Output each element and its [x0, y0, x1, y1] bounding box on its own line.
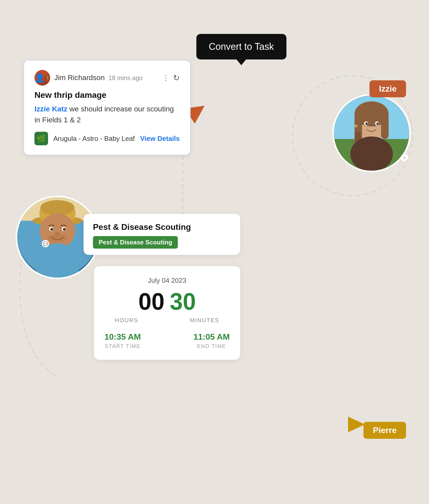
view-details-link[interactable]: View Details	[140, 135, 180, 143]
minutes-label: MINUTES	[190, 317, 219, 324]
card-footer: 🌿 Arugula - Astro - Baby Leaf View Detai…	[34, 132, 180, 145]
gold-pointer-arrow	[348, 417, 365, 432]
card-body: Izzie Katz we should increase our scouti…	[34, 104, 180, 125]
mention-name: Izzie Katz	[34, 105, 67, 113]
timer-card: July 04 2023 00 30 HOURS MINUTES 10:35 A…	[94, 266, 240, 360]
end-time-value: 11:05 AM	[193, 332, 230, 342]
card-user-name: Jim Richardson	[54, 74, 105, 82]
task-category-badge: Pest & Disease Scouting	[93, 236, 178, 249]
svg-point-29	[63, 228, 66, 231]
svg-point-4	[46, 79, 49, 81]
timer-hours-value: 00	[138, 290, 164, 313]
card-time-ago: 18 mins ago	[108, 74, 143, 81]
pierre-label: Pierre	[373, 425, 397, 435]
crop-icon: 🌿	[34, 132, 48, 145]
tooltip-label: Convert to Task	[209, 41, 274, 52]
svg-point-5	[47, 77, 48, 77]
timer-display: 00 30	[104, 290, 230, 313]
timer-minutes-value: 30	[170, 290, 196, 313]
card-title: New thrip damage	[34, 90, 180, 100]
refresh-icon[interactable]: ↻	[173, 73, 180, 82]
svg-point-6	[48, 77, 48, 77]
end-time-block: 11:05 AM END TIME	[193, 332, 230, 349]
card-header: Jim Richardson 18 mins ago ⋮ ↻	[34, 70, 180, 86]
timer-date: July 04 2023	[104, 277, 230, 285]
notification-card: Jim Richardson 18 mins ago ⋮ ↻ New thrip…	[23, 60, 191, 155]
end-time-label: END TIME	[193, 343, 230, 349]
task-card-header: Pest & Disease Scouting Pest & Disease S…	[84, 214, 240, 255]
crop-label: Arugula - Astro - Baby Leaf	[53, 135, 135, 143]
avatar	[34, 70, 50, 86]
pierre-badge: Pierre	[363, 422, 406, 439]
start-time-block: 10:35 AM START TIME	[104, 332, 141, 349]
start-time-label: START TIME	[104, 343, 141, 349]
svg-point-17	[376, 122, 379, 125]
card-action-icons[interactable]: ⋮ ↻	[162, 73, 180, 82]
music-note-icon: ♪	[401, 154, 408, 161]
svg-rect-12	[381, 114, 389, 139]
svg-point-18	[350, 136, 393, 171]
card-user-info: Jim Richardson 18 mins ago	[54, 74, 143, 82]
izzie-avatar	[332, 94, 411, 172]
timer-times: 10:35 AM START TIME 11:05 AM END TIME	[104, 332, 230, 349]
svg-point-19	[355, 124, 358, 128]
izzie-label: Izzie	[379, 84, 397, 93]
task-card: Pest & Disease Scouting Pest & Disease S…	[84, 214, 240, 255]
svg-point-28	[50, 228, 53, 231]
timer-labels: HOURS MINUTES	[104, 317, 230, 324]
izzie-badge: Izzie	[369, 80, 406, 97]
task-card-title: Pest & Disease Scouting	[93, 222, 231, 232]
svg-rect-32	[45, 251, 70, 276]
quote-bubble-icon: 💬	[42, 240, 49, 247]
svg-point-16	[365, 122, 368, 125]
svg-point-33	[48, 235, 68, 242]
svg-point-24	[40, 200, 75, 215]
hours-label: HOURS	[115, 317, 138, 324]
card-header-left: Jim Richardson 18 mins ago	[34, 70, 143, 86]
more-options-icon[interactable]: ⋮	[162, 74, 169, 82]
start-time-value: 10:35 AM	[104, 332, 141, 342]
convert-to-task-tooltip[interactable]: Convert to Task	[196, 34, 286, 59]
